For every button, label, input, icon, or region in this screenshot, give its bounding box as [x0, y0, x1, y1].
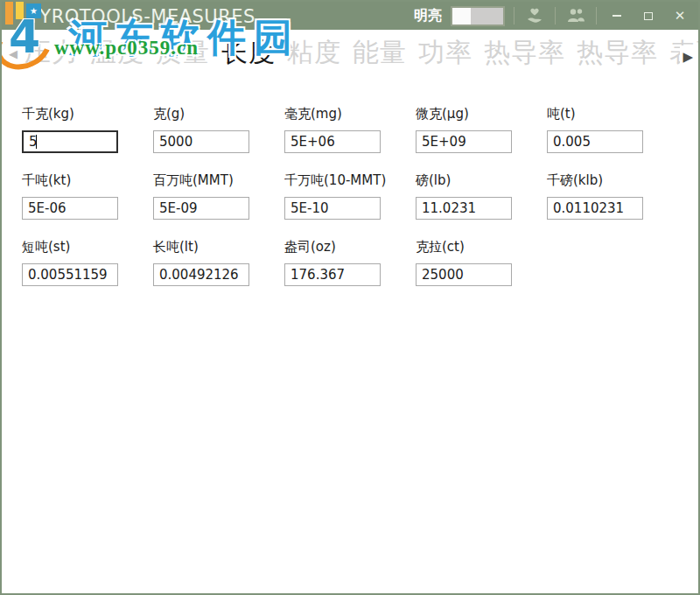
tab-power[interactable]: 功率: [418, 35, 472, 71]
tab-energy[interactable]: 能量: [353, 35, 407, 71]
label-ct: 克拉(ct): [416, 239, 547, 256]
input-lt[interactable]: [153, 263, 249, 286]
label-t: 吨(t): [547, 106, 678, 122]
field-g: 克(g): [153, 106, 284, 153]
input-g[interactable]: [153, 130, 249, 153]
input-kt[interactable]: [22, 197, 118, 220]
tab-thermal-conductivity-1[interactable]: 热导率: [484, 35, 565, 71]
toggle-knob-icon: [452, 8, 471, 24]
tab-scroll-right-icon[interactable]: ▶: [680, 46, 695, 68]
maximize-icon: [644, 12, 653, 20]
field-lb: 磅(lb): [416, 172, 547, 220]
field-mg: 毫克(mg): [284, 106, 416, 153]
app-window: TYROTOOLS-MEASURES 明亮: [0, 0, 700, 595]
label-lt: 长吨(lt): [153, 239, 284, 256]
brightness-toggle[interactable]: [451, 6, 505, 26]
titlebar: TYROTOOLS-MEASURES 明亮: [2, 2, 698, 30]
field-mmt: 百万吨(MMT): [153, 172, 284, 220]
converter-fields: 千克(kg) 克(g) 毫克(mg) 微克(μg) 吨(t) 千吨(kt): [22, 106, 678, 286]
label-g: 克(g): [153, 106, 284, 122]
input-ug[interactable]: [416, 130, 512, 153]
field-klb: 千磅(klb): [547, 172, 678, 220]
field-t: 吨(t): [547, 106, 678, 153]
tab-mass[interactable]: 质量: [156, 35, 210, 71]
users-two-people-icon[interactable]: [564, 6, 587, 25]
tab-temperature[interactable]: 温度: [90, 35, 144, 71]
field-ug: 微克(μg): [416, 106, 547, 153]
input-klb[interactable]: [547, 197, 643, 220]
maximize-button[interactable]: [637, 6, 660, 25]
label-kt: 千吨(kt): [22, 172, 153, 189]
donate-heart-in-hand-icon[interactable]: [523, 6, 546, 25]
input-t[interactable]: [547, 130, 643, 153]
label-kg: 千克(kg): [22, 106, 153, 122]
tab-thermal-conductivity-2[interactable]: 热导率: [577, 35, 658, 71]
minimize-button[interactable]: [606, 6, 628, 25]
label-oz: 盎司(oz): [284, 239, 416, 256]
field-10mmt: 千万吨(10-MMT): [284, 172, 416, 220]
field-oz: 盎司(oz): [284, 239, 416, 286]
field-st: 短吨(st): [22, 239, 153, 286]
label-klb: 千磅(klb): [547, 172, 678, 189]
field-lt: 长吨(lt): [153, 239, 284, 286]
tab-viscosity[interactable]: 粘度: [287, 35, 341, 71]
input-ct[interactable]: [416, 263, 512, 286]
brightness-label: 明亮: [414, 7, 442, 25]
input-10mmt[interactable]: [284, 197, 381, 220]
field-kt: 千吨(kt): [22, 172, 153, 220]
titlebar-divider: [596, 7, 597, 24]
input-mg[interactable]: [284, 130, 381, 153]
input-lb[interactable]: [416, 197, 512, 220]
label-st: 短吨(st): [22, 239, 153, 256]
tab-scroll-left-icon[interactable]: ◀: [9, 47, 18, 60]
label-mg: 毫克(mg): [284, 106, 416, 122]
titlebar-divider: [555, 7, 556, 24]
minimize-icon: [612, 15, 621, 17]
tab-pressure[interactable]: 压力: [24, 35, 79, 71]
window-title: TYROTOOLS-MEASURES: [28, 6, 256, 27]
label-mmt: 百万吨(MMT): [153, 172, 284, 189]
field-kg: 千克(kg): [22, 106, 153, 153]
close-button[interactable]: ✕: [668, 6, 691, 25]
field-ct: 克拉(ct): [416, 239, 547, 286]
input-oz[interactable]: [284, 263, 381, 286]
label-10mmt: 千万吨(10-MMT): [284, 172, 416, 189]
input-mmt[interactable]: [153, 197, 249, 220]
text-caret: [36, 135, 37, 149]
tabstrip: ◀ 压力 温度 质量 长度 粘度 能量 功率 热导率 热导率 表面张力 ▶: [2, 30, 698, 79]
titlebar-divider: [514, 7, 514, 24]
tab-length[interactable]: 长度: [221, 35, 276, 71]
input-st[interactable]: [22, 263, 118, 286]
label-lb: 磅(lb): [416, 172, 547, 189]
label-ug: 微克(μg): [416, 106, 547, 122]
